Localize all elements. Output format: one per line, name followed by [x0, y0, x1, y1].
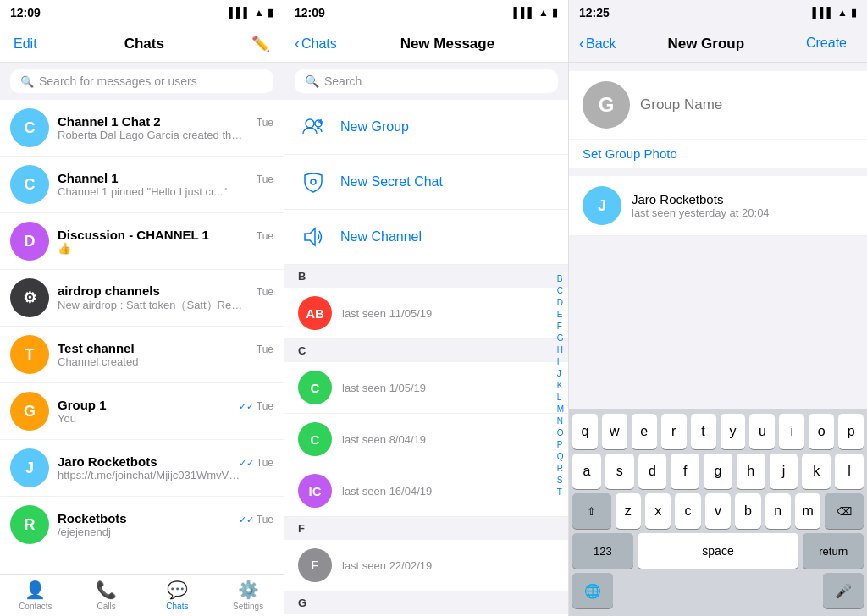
- index-letter[interactable]: G: [555, 333, 566, 344]
- chat-item[interactable]: ⚙ airdrop channels Tue New airdrop : Sat…: [0, 270, 284, 327]
- chat-item[interactable]: C Channel 1 Chat 2 Tue Roberta Dal Lago …: [0, 100, 284, 157]
- key-t[interactable]: t: [691, 414, 716, 449]
- index-letter[interactable]: I: [555, 356, 566, 367]
- new-channel-menu-item[interactable]: New Channel: [284, 210, 568, 265]
- chat-top: Group 1 ✓✓ Tue: [58, 398, 273, 412]
- key-q[interactable]: q: [572, 414, 598, 449]
- contact-item[interactable]: AB last seen 11/05/19: [284, 288, 568, 339]
- new-secret-chat-menu-item[interactable]: New Secret Chat: [284, 155, 568, 210]
- num-key[interactable]: 123: [572, 533, 633, 569]
- index-letter[interactable]: H: [555, 344, 566, 355]
- index-letter[interactable]: P: [555, 439, 566, 450]
- chat-item[interactable]: J Jaro Rocketbots ✓✓ Tue https://t.me/jo…: [0, 440, 284, 497]
- shift-key[interactable]: ⇧: [572, 493, 611, 529]
- index-letter[interactable]: O: [555, 427, 566, 438]
- chat-item[interactable]: T Test channel Tue Channel created: [0, 327, 284, 383]
- chat-item[interactable]: G Group 1 ✓✓ Tue You: [0, 383, 284, 440]
- new-group-menu-item[interactable]: New Group: [284, 100, 568, 155]
- index-letter[interactable]: T: [555, 487, 566, 498]
- panel-new-message: 12:09 ▌▌▌ ▲ ▮ ‹ Chats New Message 🔍 Sear…: [284, 0, 569, 616]
- key-f[interactable]: f: [671, 454, 699, 489]
- index-letter[interactable]: R: [555, 463, 566, 474]
- tab-settings[interactable]: ⚙️ Settings: [213, 575, 284, 616]
- key-b[interactable]: b: [735, 493, 760, 529]
- key-v[interactable]: v: [705, 493, 731, 529]
- key-u[interactable]: u: [749, 414, 775, 449]
- key-h[interactable]: h: [737, 454, 765, 489]
- chevron-left-icon-2: ‹: [295, 35, 300, 52]
- nm-search-input[interactable]: 🔍 Search: [295, 69, 558, 93]
- new-group-header: ‹ Back New Group Create: [569, 25, 867, 63]
- chats-search-input[interactable]: 🔍 Search for messages or users: [10, 69, 273, 93]
- key-e[interactable]: e: [632, 414, 657, 449]
- mic-key[interactable]: 🎤: [823, 573, 864, 608]
- group-name-input[interactable]: [640, 96, 853, 113]
- chat-item[interactable]: C Channel 1 Tue Channel 1 pinned "Hello …: [0, 157, 284, 213]
- index-letter[interactable]: E: [555, 309, 566, 320]
- tab-chats[interactable]: 💬 Chats: [142, 575, 213, 616]
- tab-icon-contacts: 👤: [25, 580, 46, 600]
- index-letter[interactable]: B: [555, 273, 566, 284]
- index-letter[interactable]: K: [555, 380, 566, 391]
- back-button-3[interactable]: ‹ Back: [579, 35, 616, 52]
- index-letter[interactable]: D: [555, 297, 566, 308]
- set-group-photo[interactable]: Set Group Photo: [569, 140, 867, 168]
- space-key[interactable]: space: [638, 533, 799, 569]
- globe-key[interactable]: 🌐: [572, 573, 613, 608]
- index-letter[interactable]: F: [555, 321, 566, 332]
- edit-button[interactable]: Edit: [14, 36, 37, 52]
- keyboard-row: asdfghjkl: [572, 454, 864, 489]
- back-button-2[interactable]: ‹ Chats: [295, 35, 337, 52]
- key-r[interactable]: r: [661, 414, 687, 449]
- key-w[interactable]: w: [602, 414, 627, 449]
- key-m[interactable]: m: [795, 493, 820, 529]
- contact-item[interactable]: C last seen 8/04/19: [284, 414, 568, 465]
- tab-label-calls: Calls: [97, 602, 116, 611]
- index-letter[interactable]: Q: [555, 451, 566, 462]
- key-c[interactable]: c: [675, 493, 700, 529]
- key-l[interactable]: l: [835, 454, 864, 489]
- key-i[interactable]: i: [779, 414, 804, 449]
- index-letter[interactable]: J: [555, 368, 566, 379]
- chat-item[interactable]: R Rocketbots ✓✓ Tue /ejejenendj: [0, 497, 284, 553]
- delete-key[interactable]: ⌫: [825, 493, 864, 529]
- tab-calls[interactable]: 📞 Calls: [71, 575, 142, 616]
- keyboard: qwertyuiopasdfghjkl⇧zxcvbnm⌫123spaceretu…: [569, 409, 867, 616]
- index-letter[interactable]: M: [555, 404, 566, 415]
- group-avatar[interactable]: G: [583, 81, 630, 129]
- contact-item[interactable]: F last seen 22/02/19: [284, 540, 568, 591]
- key-p[interactable]: p: [838, 414, 864, 449]
- key-d[interactable]: d: [638, 454, 667, 489]
- key-y[interactable]: y: [721, 414, 746, 449]
- key-x[interactable]: x: [645, 493, 671, 529]
- compose-button[interactable]: ✏️: [251, 35, 270, 53]
- contact-item[interactable]: IC last seen 16/04/19: [284, 465, 568, 517]
- chats-header: Edit Chats ✏️: [0, 25, 284, 63]
- contact-item[interactable]: C last seen 1/05/19: [284, 362, 568, 414]
- index-letter[interactable]: S: [555, 475, 566, 486]
- create-button[interactable]: Create: [796, 25, 857, 63]
- ng-member-item[interactable]: J Jaro Rocketbots last seen yesterday at…: [569, 176, 867, 236]
- chat-top: airdrop channels Tue: [58, 283, 273, 298]
- chat-preview: https://t.me/joinchat/Mjijc031WmvVFRmNkf…: [58, 469, 244, 481]
- key-z[interactable]: z: [616, 493, 641, 529]
- contact-info: last seen 1/05/19: [342, 382, 555, 394]
- tab-icon-calls: 📞: [96, 580, 117, 600]
- avatar: AB: [298, 296, 332, 330]
- wifi-icon-2: ▲: [538, 7, 549, 19]
- key-a[interactable]: a: [572, 454, 601, 489]
- key-g[interactable]: g: [704, 454, 732, 489]
- key-j[interactable]: j: [770, 454, 798, 489]
- contact-status: last seen 22/02/19: [342, 559, 555, 572]
- index-letter[interactable]: C: [555, 285, 566, 296]
- chat-item[interactable]: D Discussion - CHANNEL 1 Tue 👍: [0, 213, 284, 270]
- index-letter[interactable]: L: [555, 392, 566, 403]
- index-letter[interactable]: N: [555, 415, 566, 426]
- key-o[interactable]: o: [809, 414, 834, 449]
- key-s[interactable]: s: [605, 454, 634, 489]
- key-n[interactable]: n: [765, 493, 791, 529]
- tab-contacts[interactable]: 👤 Contacts: [0, 575, 71, 616]
- key-k[interactable]: k: [802, 454, 831, 489]
- chat-content: Rocketbots ✓✓ Tue /ejejenendj: [58, 511, 273, 538]
- return-key[interactable]: return: [803, 533, 864, 569]
